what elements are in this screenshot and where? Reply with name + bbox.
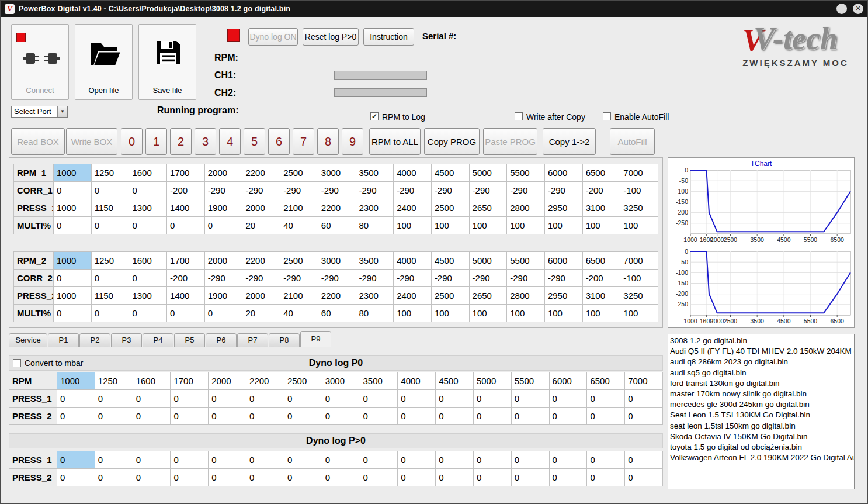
table-cell[interactable]: 0 [129,182,167,199]
table-cell[interactable]: 0 [171,408,209,425]
tab-p3[interactable]: P3 [111,333,142,347]
table-cell[interactable]: 100 [469,217,507,234]
table-cell[interactable]: -290 [431,182,469,199]
table-cell[interactable]: 100 [394,217,432,234]
table-cell[interactable]: 0 [91,182,129,199]
table-cell[interactable]: 6000 [544,252,582,270]
connect-button[interactable]: Connect [11,24,69,100]
table-cell[interactable]: 0 [95,469,133,486]
list-item[interactable]: 3008 1.2 go digital.bin [670,336,854,346]
table-cell[interactable]: 0 [91,217,129,234]
table-cell[interactable]: 2650 [469,199,507,217]
table-cell[interactable]: 0 [57,451,95,469]
digit-button-4[interactable]: 4 [219,128,241,155]
table-cell[interactable]: 6500 [587,372,625,390]
table-cell[interactable]: 0 [360,408,398,425]
table-cell[interactable]: 0 [473,469,511,486]
list-item[interactable]: audi q8 286km 2023 go digital.bin [670,357,854,367]
table-cell[interactable]: 0 [284,469,322,486]
table-cell[interactable]: 4500 [431,164,469,182]
table-cell[interactable]: 5000 [469,252,507,270]
table-cell[interactable]: 0 [360,451,398,469]
table-cell[interactable]: 1250 [91,164,129,182]
table-cell[interactable]: 2200 [242,164,280,182]
table-cell[interactable]: 0 [284,408,322,425]
table-cell[interactable]: 0 [284,451,322,469]
tab-p5[interactable]: P5 [174,333,205,347]
list-item[interactable]: master 170km nowy silnik go digital.bin [670,389,854,399]
table-cell[interactable]: 2950 [544,199,582,217]
table-cell[interactable]: -200 [167,182,205,199]
table-cell[interactable]: 100 [620,217,658,234]
table-cell[interactable]: 0 [511,390,549,408]
table-cell[interactable]: 2500 [431,199,469,217]
table-cell[interactable]: 5000 [473,372,511,390]
digit-button-8[interactable]: 8 [317,128,339,155]
table-cell[interactable]: 40 [280,305,318,322]
table-cell[interactable]: 1150 [91,287,129,305]
table-cell[interactable]: 5500 [507,164,545,182]
tab-p4[interactable]: P4 [143,333,173,347]
table-cell[interactable]: 0 [209,408,246,425]
copy-prog-button[interactable]: Copy PROG [424,128,480,155]
list-item[interactable]: toyota 1.5 go digital od obciążenia.bin [670,442,854,453]
table-cell[interactable]: 0 [322,408,360,425]
table-cell[interactable]: 1700 [167,252,205,270]
table-cell[interactable]: 100 [507,217,545,234]
table-cell[interactable]: 2000 [204,252,242,270]
table-cell[interactable]: -290 [242,270,280,287]
table-cell[interactable]: 7000 [625,372,663,390]
table-cell[interactable]: -290 [394,270,432,287]
table-cell[interactable]: 0 [246,451,284,469]
digit-button-2[interactable]: 2 [170,128,192,155]
table-cell[interactable]: 3500 [360,372,398,390]
table-cell[interactable]: 2800 [507,287,545,305]
table-cell[interactable]: -290 [544,182,582,199]
table-cell[interactable]: -290 [469,270,507,287]
instruction-button[interactable]: Instruction [363,28,414,46]
table-cell[interactable]: 0 [171,469,209,486]
table-cell[interactable]: 0 [322,469,360,486]
table-cell[interactable]: 0 [473,408,511,425]
digit-button-5[interactable]: 5 [244,128,265,155]
table-cell[interactable]: 1700 [171,372,209,390]
table-cell[interactable]: 2200 [318,199,356,217]
table-cell[interactable]: 2500 [284,372,322,390]
table-cell[interactable]: 3500 [356,164,394,182]
table-cell[interactable]: 0 [587,451,625,469]
tab-p7[interactable]: P7 [237,333,268,347]
save-file-button[interactable]: Save file [138,24,196,100]
table-cell[interactable]: 0 [473,451,511,469]
digit-button-6[interactable]: 6 [268,128,290,155]
table-cell[interactable]: 4000 [398,372,436,390]
dyno-log-on-button[interactable]: Dyno log ON [248,28,298,46]
table-cell[interactable]: -200 [167,270,205,287]
table-cell[interactable]: 1150 [91,199,129,217]
table-cell[interactable]: 0 [246,390,284,408]
table-cell[interactable]: 0 [204,217,242,234]
table-cell[interactable]: 4000 [394,164,432,182]
table-cell[interactable]: 4500 [431,252,469,270]
table-cell[interactable]: 1600 [129,252,167,270]
table-cell[interactable]: 20 [242,217,280,234]
table-cell[interactable]: -290 [356,270,394,287]
table-cell[interactable]: 0 [133,469,171,486]
table-cell[interactable]: 2000 [242,199,280,217]
table-cell[interactable]: 3000 [318,164,356,182]
tab-service[interactable]: Service [9,333,47,347]
table-cell[interactable]: -200 [582,270,620,287]
table-cell[interactable]: 3250 [620,287,658,305]
table-cell[interactable]: 0 [587,408,625,425]
table-cell[interactable]: -290 [318,270,356,287]
read-box-button[interactable]: Read BOX [11,128,65,155]
table-cell[interactable]: 0 [322,451,360,469]
table-cell[interactable]: 2000 [204,164,242,182]
table-cell[interactable]: 1700 [167,164,205,182]
table-cell[interactable]: 100 [469,305,507,322]
table-cell[interactable]: 2200 [318,287,356,305]
table-cell[interactable]: 2300 [356,287,394,305]
table-cell[interactable]: 0 [95,451,133,469]
table-cell[interactable]: 1300 [129,287,167,305]
table-cell[interactable]: 7000 [620,252,658,270]
autofill-button[interactable]: AutoFill [610,128,655,155]
